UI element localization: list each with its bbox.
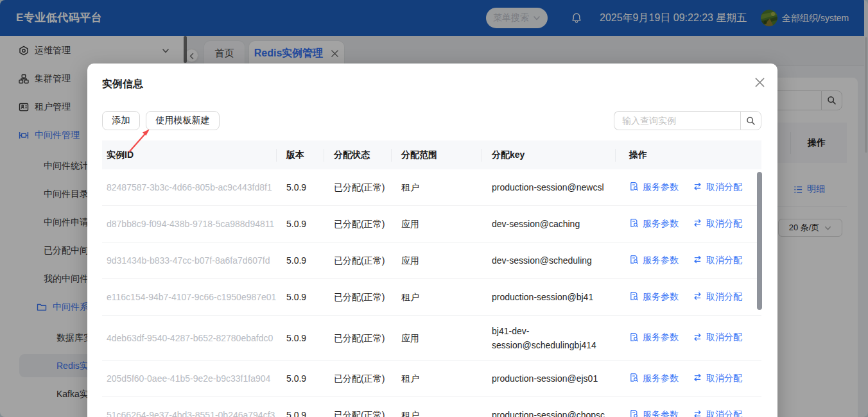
cell-alloc-scope: 应用 xyxy=(391,253,482,268)
swap-icon xyxy=(693,373,702,382)
cancel-allocation-link[interactable]: 取消分配 xyxy=(693,289,742,303)
cell-alloc-scope: 租户 xyxy=(391,290,482,304)
cell-alloc-key: bj41-dev-session@schedulingbj414 xyxy=(482,324,615,352)
col-alloc-status: 分配状态 xyxy=(324,140,391,169)
cell-operations: 服务参数 取消分配 xyxy=(615,289,761,305)
instance-search-button[interactable] xyxy=(740,111,761,130)
cell-operations: 服务参数 取消分配 xyxy=(615,330,761,346)
cell-alloc-status: 已分配(正常) xyxy=(324,408,391,417)
cell-version: 5.0.9 xyxy=(276,253,324,268)
instance-table-row: e116c154-94b7-4107-9c66-c1950e987e01 5.0… xyxy=(102,279,761,316)
instance-table-row: 51c66264-9e37-4bd3-8551-0b246a794cf3 5.0… xyxy=(102,397,761,417)
cancel-allocation-link[interactable]: 取消分配 xyxy=(693,216,742,230)
cell-operations: 服务参数 取消分配 xyxy=(615,216,761,232)
cell-instance-id: e116c154-94b7-4107-9c66-c1950e987e01 xyxy=(102,290,276,304)
swap-icon xyxy=(693,291,702,301)
cell-operations: 服务参数 取消分配 xyxy=(615,180,761,196)
cell-version: 5.0.9 xyxy=(276,217,324,231)
cell-operations: 服务参数 取消分配 xyxy=(615,407,761,417)
doc-search-icon xyxy=(629,291,639,301)
col-version: 版本 xyxy=(276,140,324,169)
instance-table: 实例ID 版本 分配状态 分配范围 分配key 操作 82487587-3b3c… xyxy=(102,140,761,417)
dialog-close-icon[interactable] xyxy=(754,77,765,88)
cancel-allocation-link[interactable]: 取消分配 xyxy=(693,407,742,417)
cell-operations: 服务参数 取消分配 xyxy=(615,253,761,269)
service-params-link[interactable]: 服务参数 xyxy=(629,180,679,194)
cell-alloc-scope: 租户 xyxy=(391,371,482,386)
cell-instance-id: 4deb63df-9540-4287-b652-82780ebafdc0 xyxy=(102,331,276,345)
cell-alloc-key: production-session@bj41 xyxy=(482,290,615,304)
dialog-title: 实例信息 xyxy=(102,78,143,91)
cell-alloc-key: dev-session@caching xyxy=(482,217,615,231)
cell-alloc-status: 已分配(正常) xyxy=(324,253,391,268)
instance-table-row: 4deb63df-9540-4287-b652-82780ebafdc0 5.0… xyxy=(102,316,761,361)
service-params-link[interactable]: 服务参数 xyxy=(629,407,679,417)
instance-search-input[interactable] xyxy=(614,111,740,130)
doc-search-icon xyxy=(629,332,639,342)
cell-instance-id: 205d5f60-0aee-41b5-9e2e-b9c33f1fa904 xyxy=(102,371,276,386)
cell-instance-id: d87bb8c9-f094-438b-9718-5ca988d94811 xyxy=(102,217,276,231)
cell-alloc-key: dev-session@scheduling xyxy=(482,253,615,268)
table-scrollbar-thumb[interactable] xyxy=(757,172,762,310)
cancel-allocation-link[interactable]: 取消分配 xyxy=(693,330,742,344)
cell-operations: 服务参数 取消分配 xyxy=(615,371,761,387)
swap-icon xyxy=(693,332,702,342)
swap-icon xyxy=(693,182,702,191)
cell-version: 5.0.9 xyxy=(276,408,324,417)
service-params-link[interactable]: 服务参数 xyxy=(629,253,679,267)
cell-alloc-key: production-session@ejs01 xyxy=(482,371,615,386)
swap-icon xyxy=(693,218,702,228)
instance-table-row: d87bb8c9-f094-438b-9718-5ca988d94811 5.0… xyxy=(102,206,761,243)
col-alloc-scope: 分配范围 xyxy=(391,140,482,169)
annotation-arrow xyxy=(123,124,158,160)
cell-alloc-status: 已分配(正常) xyxy=(324,371,391,386)
cell-version: 5.0.9 xyxy=(276,180,324,194)
cell-instance-id: 51c66264-9e37-4bd3-8551-0b246a794cf3 xyxy=(102,408,276,417)
swap-icon xyxy=(693,255,702,264)
cell-alloc-status: 已分配(正常) xyxy=(324,217,391,231)
doc-search-icon xyxy=(629,409,639,417)
cell-alloc-key: production-session@chopsc xyxy=(482,408,615,417)
doc-search-icon xyxy=(629,218,639,228)
search-icon xyxy=(746,116,756,126)
cell-alloc-key: production-session@newcsl xyxy=(482,180,615,194)
cell-alloc-status: 已分配(正常) xyxy=(324,290,391,304)
instance-table-header: 实例ID 版本 分配状态 分配范围 分配key 操作 xyxy=(102,140,761,169)
instance-table-row: 82487587-3b3c-4d66-805b-ac9c443fd8f1 5.0… xyxy=(102,169,761,206)
cell-alloc-scope: 租户 xyxy=(391,180,482,194)
cell-alloc-scope: 应用 xyxy=(391,331,482,345)
instance-table-row: 205d5f60-0aee-41b5-9e2e-b9c33f1fa904 5.0… xyxy=(102,361,761,397)
instance-table-row: 9d31434b-b833-47cc-b07f-8a6fa7d607fd 5.0… xyxy=(102,243,761,279)
cancel-allocation-link[interactable]: 取消分配 xyxy=(693,180,742,194)
doc-search-icon xyxy=(629,255,639,264)
cell-alloc-scope: 租户 xyxy=(391,408,482,417)
instance-search-group xyxy=(614,111,761,130)
cell-alloc-status: 已分配(正常) xyxy=(324,180,391,194)
doc-search-icon xyxy=(629,373,639,382)
service-params-link[interactable]: 服务参数 xyxy=(629,371,679,385)
col-alloc-key: 分配key xyxy=(482,140,615,169)
cancel-allocation-link[interactable]: 取消分配 xyxy=(693,253,742,267)
cell-instance-id: 82487587-3b3c-4d66-805b-ac9c443fd8f1 xyxy=(102,180,276,194)
instance-info-dialog: 实例信息 添加 使用模板新建 实例ID 版本 分配状态 分配范围 分配key 操… xyxy=(87,64,777,417)
cell-version: 5.0.9 xyxy=(276,290,324,304)
service-params-link[interactable]: 服务参数 xyxy=(629,289,679,303)
cell-version: 5.0.9 xyxy=(276,371,324,386)
swap-icon xyxy=(693,409,702,417)
cancel-allocation-link[interactable]: 取消分配 xyxy=(693,371,742,385)
service-params-link[interactable]: 服务参数 xyxy=(629,216,679,230)
cell-version: 5.0.9 xyxy=(276,331,324,345)
cell-alloc-status: 已分配(正常) xyxy=(324,331,391,345)
service-params-link[interactable]: 服务参数 xyxy=(629,330,679,344)
cell-instance-id: 9d31434b-b833-47cc-b07f-8a6fa7d607fd xyxy=(102,253,276,268)
cell-alloc-scope: 应用 xyxy=(391,217,482,231)
col-operations: 操作 xyxy=(615,140,761,169)
doc-search-icon xyxy=(629,182,639,191)
